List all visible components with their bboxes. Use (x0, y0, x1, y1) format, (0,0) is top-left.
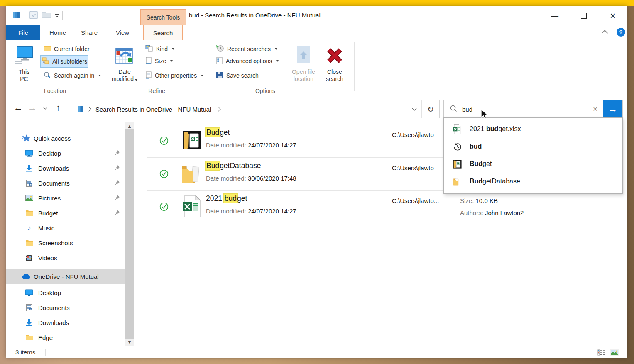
recent-searches-button[interactable]: Recent searches (214, 44, 279, 54)
group-separator (210, 42, 210, 91)
search-icon (450, 105, 457, 114)
kind-icon (145, 45, 153, 53)
refresh-icon[interactable]: ↻ (421, 100, 439, 118)
minimize-button[interactable]: — (546, 10, 564, 22)
collapse-ribbon-icon[interactable] (602, 29, 607, 37)
sync-status-icon (159, 136, 169, 147)
sidebar-item-screenshots[interactable]: Screenshots (6, 236, 125, 250)
search-again-in-button[interactable]: Search again in (41, 70, 103, 81)
sidebar-scrollbar[interactable]: ▲ ▼ (125, 122, 134, 346)
sidebar-item-label: OneDrive - NFU Mutual (34, 273, 99, 280)
sidebar-item-od-documents[interactable]: Documents (6, 300, 125, 315)
search-suggestions-dropdown: 2021 budget.xlsx bud Budget BudgetDataba… (443, 117, 623, 194)
address-dropdown-icon[interactable] (407, 100, 421, 118)
folder-icon (43, 45, 51, 53)
scrollbar-thumb[interactable] (125, 129, 134, 339)
suggestion-item[interactable]: Budget (444, 155, 622, 173)
file-name[interactable]: Budget (206, 128, 230, 137)
kind-button[interactable]: Kind (143, 44, 176, 54)
tab-view[interactable]: View (107, 25, 138, 40)
all-subfolders-button[interactable]: All subfolders (40, 55, 88, 68)
tab-share[interactable]: Share (73, 25, 106, 40)
items-count: 3 items (15, 349, 35, 356)
back-icon[interactable]: ← (12, 96, 24, 120)
customize-qat-icon[interactable] (55, 14, 59, 17)
subfolders-icon (42, 57, 49, 66)
address-row: ← → ↑ Search Results in OneDrive - NFU M… (6, 96, 627, 120)
file-date: Date modified: 30/06/2020 17:48 (206, 175, 296, 182)
sidebar-item-label: Desktop (38, 289, 61, 296)
music-note-icon: ♪ (24, 223, 34, 232)
clear-search-icon[interactable]: × (593, 100, 597, 118)
advanced-options-icon (216, 57, 223, 66)
file-authors: Authors: John Lawton2 (460, 209, 524, 216)
this-pc-button[interactable]: This PC (11, 43, 37, 83)
large-icons-view-icon[interactable] (610, 349, 619, 357)
forward-icon[interactable]: → (26, 96, 39, 120)
open-file-location-button[interactable]: Open file location (288, 43, 319, 83)
title-bar: Search Tools bud - Search Results in One… (6, 6, 627, 25)
breadcrumb-chevron-icon[interactable] (86, 107, 91, 111)
breadcrumb[interactable]: Search Results in OneDrive - NFU Mutual (95, 106, 211, 113)
sidebar-item-od-downloads[interactable]: Downloads (6, 315, 125, 330)
sidebar-item-label: Quick access (34, 135, 71, 142)
quick-access-star-icon (22, 134, 31, 142)
tab-search[interactable]: Search (143, 25, 183, 40)
sidebar-item-budget[interactable]: Budget (6, 206, 125, 220)
sidebar-item-label: Documents (38, 180, 70, 187)
scroll-up-icon[interactable]: ▲ (127, 124, 132, 129)
new-folder-icon[interactable] (42, 11, 51, 20)
close-search-button[interactable]: Close search (321, 43, 348, 83)
suggestion-item[interactable]: 2021 budget.xlsx (444, 120, 622, 138)
tab-file[interactable]: File (6, 25, 40, 40)
suggestion-item[interactable]: BudgetDatabase (444, 173, 622, 190)
help-icon[interactable]: ? (617, 28, 625, 37)
other-properties-button[interactable]: Other properties (143, 70, 206, 81)
sidebar-item-downloads[interactable]: Downloads (6, 161, 125, 175)
sidebar-item-music[interactable]: ♪ Music (6, 221, 125, 235)
contextual-tab-search-tools[interactable]: Search Tools (140, 9, 186, 25)
recent-locations-icon[interactable] (41, 96, 49, 120)
maximize-button[interactable] (575, 10, 593, 22)
location-icon (77, 105, 84, 113)
suggestion-item[interactable]: bud (444, 138, 622, 155)
close-button[interactable]: × (604, 10, 622, 22)
properties-icon[interactable] (29, 10, 38, 21)
dropdown-arrow-icon (135, 79, 137, 81)
save-search-button[interactable]: Save search (214, 70, 261, 81)
mouse-cursor (480, 109, 489, 122)
ribbon-tab-strip: File Home Share View Search ? (6, 25, 627, 40)
sidebar-item-videos[interactable]: Videos (6, 251, 125, 265)
date-modified-button[interactable]: Date modified (109, 43, 140, 83)
size-button[interactable]: Size (143, 56, 175, 66)
sidebar-item-od-desktop[interactable]: Desktop (6, 286, 125, 300)
pin-icon (114, 195, 120, 202)
file-explorer-window: Search Tools bud - Search Results in One… (6, 6, 627, 358)
sidebar-item-label: Documents (38, 304, 70, 311)
sidebar-item-onedrive[interactable]: OneDrive - NFU Mutual (6, 269, 125, 284)
up-icon[interactable]: ↑ (52, 96, 64, 120)
status-separator (45, 349, 46, 356)
search-input[interactable]: bud (462, 106, 472, 113)
advanced-options-button[interactable]: Advanced options (214, 56, 281, 66)
dropdown-arrow-icon (201, 75, 203, 76)
breadcrumb-chevron-icon[interactable] (216, 107, 221, 111)
sidebar-item-od-edge[interactable]: Edge (6, 330, 125, 344)
address-bar[interactable]: Search Results in OneDrive - NFU Mutual … (73, 100, 440, 118)
tab-home[interactable]: Home (44, 25, 72, 40)
sidebar-item-label: Edge (38, 334, 53, 341)
search-box[interactable]: bud × → (443, 100, 623, 118)
sidebar-item-quick-access[interactable]: Quick access (6, 131, 125, 145)
file-name[interactable]: 2021 budget (206, 194, 247, 203)
recent-searches-label: Recent searches (227, 46, 271, 52)
sidebar-item-documents[interactable]: Documents (6, 176, 125, 190)
sidebar-item-desktop[interactable]: Desktop (6, 146, 125, 160)
file-row[interactable]: 2021 budget Date modified: 24/07/2020 14… (141, 191, 627, 223)
scroll-down-icon[interactable]: ▼ (127, 340, 132, 344)
sidebar-item-pictures[interactable]: Pictures (6, 191, 125, 205)
current-folder-button[interactable]: Current folder (41, 44, 92, 54)
file-name[interactable]: BudgetDatabase (206, 161, 261, 170)
desktop-icon (24, 289, 34, 296)
search-go-button[interactable]: → (603, 100, 622, 118)
details-view-icon[interactable] (597, 349, 605, 357)
